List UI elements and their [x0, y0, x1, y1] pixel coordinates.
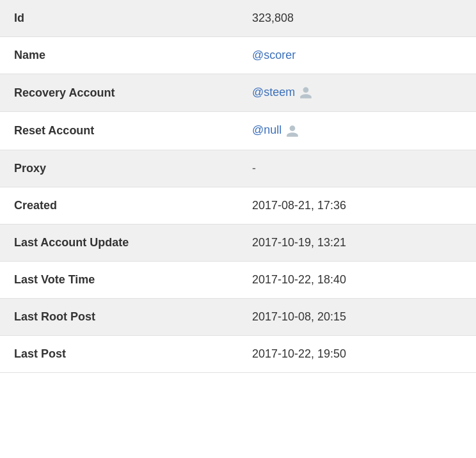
row-value: 2017-10-19, 13:21 [238, 224, 476, 261]
row-value[interactable]: @null [238, 112, 476, 150]
table-row: Created2017-08-21, 17:36 [0, 187, 476, 224]
row-value: 2017-10-08, 20:15 [238, 298, 476, 335]
account-link[interactable]: @null [252, 123, 282, 136]
account-info-table: Id323,808Name@scorerRecovery Account@ste… [0, 0, 476, 373]
table-row: Name@scorer [0, 37, 476, 74]
row-label: Last Vote Time [0, 261, 238, 298]
row-value: 323,808 [238, 0, 476, 37]
row-label: Id [0, 0, 238, 37]
table-row: Proxy- [0, 150, 476, 187]
row-label: Last Post [0, 335, 238, 372]
row-label: Recovery Account [0, 74, 238, 112]
user-icon [285, 124, 299, 138]
row-value[interactable]: @steem [238, 74, 476, 112]
row-label: Last Root Post [0, 298, 238, 335]
account-link[interactable]: @scorer [252, 49, 296, 61]
table-row: Reset Account@null [0, 112, 476, 150]
user-icon [299, 86, 313, 100]
table-row: Last Root Post2017-10-08, 20:15 [0, 298, 476, 335]
table-row: Recovery Account@steem [0, 74, 476, 112]
row-value: 2017-10-22, 19:50 [238, 335, 476, 372]
row-label: Created [0, 187, 238, 224]
row-label: Last Account Update [0, 224, 238, 261]
row-value: - [238, 150, 476, 187]
row-label: Reset Account [0, 112, 238, 150]
row-value: 2017-08-21, 17:36 [238, 187, 476, 224]
account-link[interactable]: @steem [252, 86, 295, 99]
row-value: 2017-10-22, 18:40 [238, 261, 476, 298]
table-row: Last Account Update2017-10-19, 13:21 [0, 224, 476, 261]
table-row: Last Vote Time2017-10-22, 18:40 [0, 261, 476, 298]
row-value[interactable]: @scorer [238, 37, 476, 74]
dash-value: - [252, 162, 256, 175]
table-row: Last Post2017-10-22, 19:50 [0, 335, 476, 372]
row-label: Proxy [0, 150, 238, 187]
table-row: Id323,808 [0, 0, 476, 37]
row-label: Name [0, 37, 238, 74]
